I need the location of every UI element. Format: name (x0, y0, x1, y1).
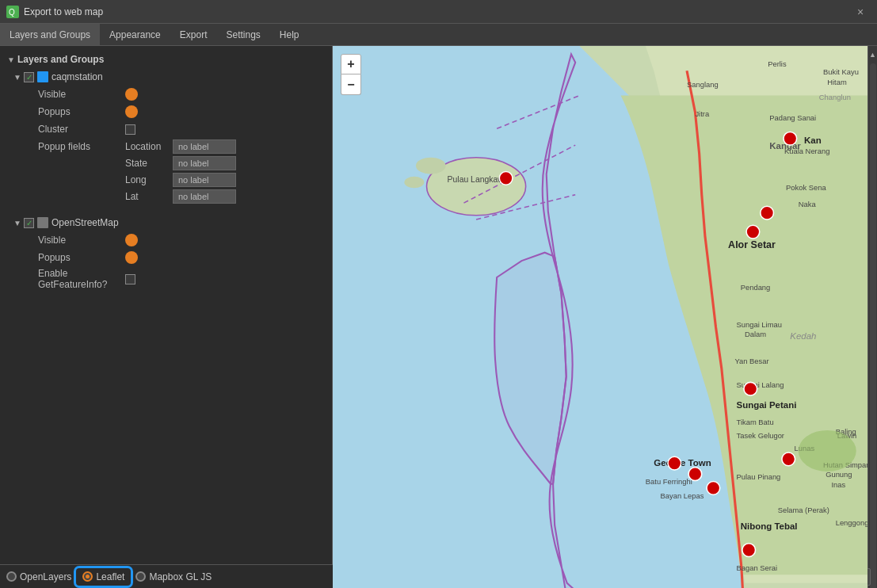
svg-text:Gunung: Gunung (826, 471, 852, 479)
caqmstation-popups-label: Popups (38, 106, 125, 117)
svg-text:Perlis: Perlis (768, 60, 787, 68)
osm-layer-icon (37, 217, 48, 228)
caqmstation-cluster-checkbox[interactable] (125, 124, 135, 135)
svg-text:Sungai Limau: Sungai Limau (737, 321, 782, 329)
osm-label: OpenStreetMap (51, 217, 119, 228)
svg-text:Q: Q (9, 8, 15, 17)
right-scrollbar[interactable]: ▲ ▼ (867, 46, 877, 588)
scroll-thumb[interactable] (870, 63, 876, 588)
field-long-name: Long (125, 174, 173, 185)
field-state-name: State (125, 158, 173, 169)
menu-item-settings[interactable]: Settings (216, 24, 269, 45)
layer-osm-row[interactable]: ▼ OpenStreetMap (0, 214, 332, 231)
caqmstation-checkbox[interactable] (24, 72, 34, 82)
field-state-row: State no label (125, 156, 326, 170)
svg-point-51 (782, 452, 795, 466)
svg-text:Tikam Batu: Tikam Batu (737, 418, 774, 426)
map-wrapper: + − (333, 46, 877, 564)
svg-text:Bukit Kayu: Bukit Kayu (823, 68, 859, 76)
field-location-row: Location no label (125, 139, 326, 154)
osm-enable-row: Enable GetFeatureInfo? (0, 266, 332, 292)
menu-item-appearance[interactable]: Appearance (100, 24, 170, 45)
field-location-name: Location (125, 141, 173, 152)
svg-point-49 (744, 382, 757, 395)
close-button[interactable]: × (850, 2, 871, 22)
caqmstation-visible-row: Visible (0, 86, 332, 103)
menu-item-layers-and-groups[interactable]: Layers and Groups (0, 24, 100, 45)
svg-text:Lenggong: Lenggong (836, 519, 867, 527)
osm-popups-toggle[interactable] (125, 251, 138, 264)
caqmstation-cluster-label: Cluster (38, 124, 125, 135)
layer-caqmstation-row[interactable]: ▼ caqmstation (0, 68, 332, 86)
caqmstation-expand-arrow[interactable]: ▼ (13, 72, 22, 82)
popup-fields-content: Location no label State no label Long no… (125, 139, 326, 206)
popup-fields-label: Popup fields (38, 139, 125, 152)
leaflet-label: Leaflet (96, 571, 124, 582)
osm-enable-checkbox[interactable] (125, 274, 135, 284)
svg-point-48 (746, 225, 760, 239)
svg-text:Bayan Lepas: Bayan Lepas (661, 492, 704, 500)
svg-text:Hitam: Hitam (827, 78, 847, 86)
title-bar: Q Export to web map × (0, 0, 877, 24)
openlayers-radio-button[interactable] (6, 571, 17, 582)
osm-visible-toggle[interactable] (125, 234, 138, 246)
field-lat-value[interactable]: no label (173, 189, 236, 204)
svg-text:Kedah: Kedah (790, 331, 816, 341)
zoom-in-button[interactable]: + (341, 54, 361, 74)
radio-leaflet[interactable]: Leaflet (78, 570, 129, 584)
radio-mapbox[interactable]: Mapbox GL JS (135, 571, 212, 582)
svg-text:Nibong Tebal: Nibong Tebal (741, 521, 798, 531)
osm-popups-label: Popups (38, 252, 125, 263)
window-title: Export to web map (24, 6, 850, 17)
caqmstation-label: caqmstation (51, 71, 103, 82)
svg-text:Pendang: Pendang (741, 284, 771, 292)
field-state-value[interactable]: no label (173, 156, 236, 170)
svg-text:Yan Besar: Yan Besar (734, 357, 768, 365)
svg-text:Pulau Pinang: Pulau Pinang (737, 473, 781, 481)
svg-point-57 (799, 430, 856, 472)
svg-point-54 (742, 544, 756, 557)
svg-point-4 (416, 158, 446, 174)
caqmstation-visible-toggle[interactable] (125, 88, 138, 101)
svg-point-52 (688, 468, 702, 481)
svg-text:Pokok Sena: Pokok Sena (786, 184, 826, 192)
popup-fields-row: Popup fields Location no label State no … (0, 138, 332, 208)
radio-openlayers[interactable]: OpenLayers (6, 571, 71, 582)
zoom-out-button[interactable]: − (341, 74, 361, 95)
svg-text:Dalam: Dalam (745, 330, 766, 338)
osm-visible-row: Visible (0, 231, 332, 249)
field-location-value[interactable]: no label (173, 139, 236, 154)
svg-text:Padang Sanai: Padang Sanai (769, 114, 816, 122)
openlayers-label: OpenLayers (20, 571, 71, 582)
osm-checkbox[interactable] (24, 218, 34, 228)
field-long-value[interactable]: no label (173, 173, 236, 187)
osm-visible-label: Visible (38, 235, 125, 246)
scroll-up-arrow[interactable]: ▲ (867, 49, 878, 60)
mapbox-label: Mapbox GL JS (149, 571, 212, 582)
field-lat-name: Lat (125, 191, 173, 202)
caqmstation-layer-icon (37, 71, 48, 82)
root-expand-arrow[interactable]: ▼ (6, 55, 16, 64)
osm-enable-label: Enable GetFeatureInfo? (38, 268, 125, 290)
svg-point-55 (499, 171, 513, 185)
osm-expand-arrow[interactable]: ▼ (13, 218, 22, 227)
svg-text:Pulau Langkawi: Pulau Langkawi (448, 175, 505, 184)
caqmstation-popups-toggle[interactable] (125, 105, 138, 118)
map-controls: + − (341, 54, 361, 95)
tree-root[interactable]: ▼ Layers and Groups (0, 51, 332, 68)
svg-text:Sungai Petani: Sungai Petani (737, 400, 797, 410)
menu-item-help[interactable]: Help (270, 24, 309, 45)
svg-point-5 (404, 177, 424, 189)
map-area[interactable]: + − (333, 46, 867, 588)
svg-text:Bagan Serai: Bagan Serai (737, 564, 778, 572)
svg-text:Changlun: Changlun (819, 94, 851, 101)
menu-item-export[interactable]: Export (170, 24, 217, 45)
svg-text:Alor Setar: Alor Setar (728, 239, 776, 250)
leaflet-radio-button[interactable] (82, 571, 93, 582)
svg-text:Sanglang: Sanglang (687, 81, 719, 89)
map-svg: Bukit Kayu Hitam Changlun Perlis Padang … (333, 46, 867, 588)
svg-point-46 (784, 132, 797, 145)
svg-text:Batu Ferringhi: Batu Ferringhi (646, 478, 692, 486)
mapbox-radio-button[interactable] (135, 571, 146, 582)
svg-text:George Town: George Town (654, 458, 711, 468)
